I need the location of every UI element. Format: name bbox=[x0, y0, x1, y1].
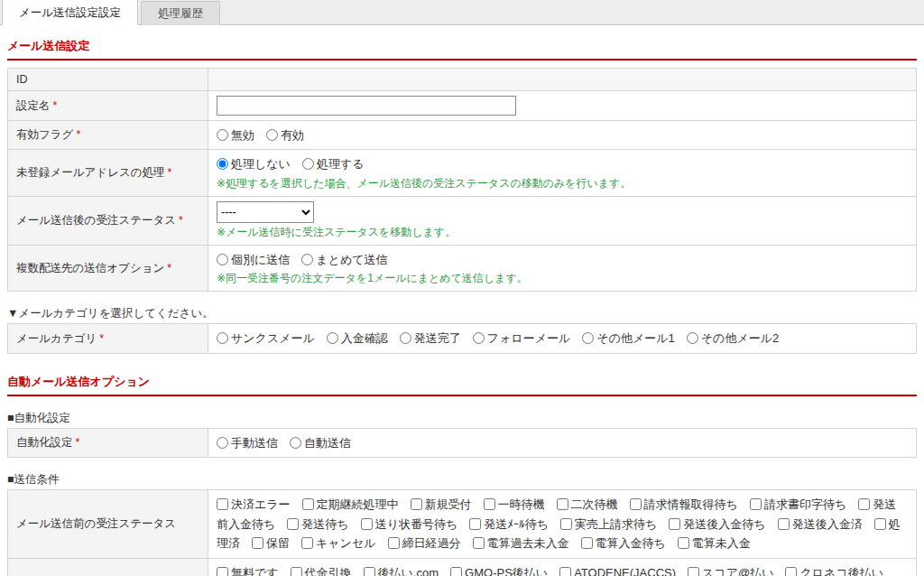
pre-status-checkboxes-checkbox[interactable] bbox=[411, 498, 422, 510]
payment-checkboxes-option[interactable]: スコア@払い bbox=[688, 566, 773, 576]
setting-name-input[interactable] bbox=[217, 96, 516, 116]
pre-status-checkboxes-checkbox[interactable] bbox=[874, 518, 886, 530]
pre-status-checkboxes-option[interactable]: 電算未入金 bbox=[678, 536, 751, 550]
pre-status-checkboxes-checkbox[interactable] bbox=[484, 498, 495, 510]
payment-checkboxes-option[interactable]: 後払い.com bbox=[364, 566, 439, 576]
pre-status-checkboxes-checkbox[interactable] bbox=[750, 498, 762, 510]
pre-status-checkboxes-checkbox[interactable] bbox=[469, 518, 481, 530]
unregistered-radios: 処理しない処理する bbox=[217, 157, 376, 171]
pre-status-checkboxes-option[interactable]: 保留 bbox=[252, 536, 290, 550]
post-status-label: メール送信後の受注ステータス bbox=[16, 214, 176, 227]
mail-category-radios: サンクスメール入金確認発送完了フォローメールその他メール1その他メール2 bbox=[217, 331, 790, 345]
mail-category-radios-radio[interactable] bbox=[327, 332, 338, 344]
pre-status-checkboxes-checkbox[interactable] bbox=[252, 537, 263, 549]
pre-status-checkboxes-option-label: 二次待機 bbox=[571, 497, 618, 511]
payment-checkboxes-checkbox[interactable] bbox=[217, 567, 228, 576]
payment-checkboxes-option-label: 代金引換 bbox=[305, 566, 352, 576]
mail-category-radios-radio[interactable] bbox=[582, 332, 594, 344]
mail-category-radios-option[interactable]: その他メール2 bbox=[687, 329, 779, 348]
automation-radios-option[interactable]: 自動送信 bbox=[290, 433, 351, 452]
pre-status-checkboxes-option[interactable]: 発送待ち bbox=[287, 517, 348, 531]
payment-checkboxes-checkbox[interactable] bbox=[688, 567, 699, 576]
payment-checkboxes-option[interactable]: クロネコ後払い bbox=[785, 566, 883, 576]
enabled-flag-radios-option[interactable]: 有効 bbox=[266, 125, 304, 144]
unregistered-radios-radio[interactable] bbox=[302, 158, 314, 170]
pre-status-checkboxes-option[interactable]: 定期継続処理中 bbox=[302, 497, 399, 511]
payment-checkboxes-option[interactable]: GMO-PS後払い bbox=[450, 566, 548, 576]
pre-status-checkboxes-checkbox[interactable] bbox=[361, 518, 373, 530]
pre-status-checkboxes-checkbox[interactable] bbox=[669, 518, 680, 530]
pre-status-checkboxes-checkbox[interactable] bbox=[302, 498, 314, 510]
automation-radios-radio[interactable] bbox=[290, 437, 301, 449]
pre-status-checkboxes-checkbox[interactable] bbox=[678, 537, 689, 549]
mail-category-radios-option[interactable]: その他メール1 bbox=[582, 329, 674, 348]
multi-ship-radios-option-label: まとめて送信 bbox=[316, 253, 387, 266]
table-row: メール送信後の受注ステータス* ---- ※メール送信時に受注ステータスを移動し… bbox=[8, 196, 917, 245]
unregistered-radios-radio[interactable] bbox=[217, 158, 228, 170]
payment-checkboxes-option[interactable]: 無料です bbox=[217, 566, 279, 576]
pre-status-checkboxes-checkbox[interactable] bbox=[217, 498, 228, 510]
mail-category-radios-option[interactable]: 入金確認 bbox=[327, 329, 388, 348]
pre-status-checkboxes-option[interactable]: キャンセル bbox=[301, 536, 376, 550]
mail-category-radios-option[interactable]: フォローメール bbox=[473, 329, 571, 348]
payment-checkboxes-checkbox[interactable] bbox=[450, 567, 462, 576]
automation-radios-option[interactable]: 手動送信 bbox=[217, 433, 278, 452]
tab-process-history[interactable]: 処理履歴 bbox=[141, 1, 220, 25]
mail-category-radios-radio[interactable] bbox=[687, 332, 698, 344]
pre-status-checkboxes-checkbox[interactable] bbox=[630, 498, 642, 510]
multi-ship-radios-radio[interactable] bbox=[217, 254, 228, 265]
pre-status-checkboxes-option[interactable]: 一時待機 bbox=[484, 497, 545, 511]
pre-status-checkboxes-checkbox[interactable] bbox=[581, 537, 593, 549]
mail-category-radios-radio[interactable] bbox=[217, 332, 228, 344]
table-row: 複数配送先の送信オプション* 個別に送信まとめて送信 ※同一受注番号の注文データ… bbox=[8, 245, 917, 291]
mail-category-radios-radio[interactable] bbox=[473, 332, 485, 344]
post-status-select[interactable]: ---- bbox=[217, 201, 314, 223]
pre-status-checkboxes-option[interactable]: 実売上請求待ち bbox=[560, 517, 657, 531]
pre-status-checkboxes-option[interactable]: 請求情報取得待ち bbox=[630, 497, 738, 511]
pre-status-checkboxes-checkbox[interactable] bbox=[858, 498, 870, 510]
automation-radios-radio[interactable] bbox=[217, 437, 228, 449]
payment-checkboxes-option-label: クロネコ後払い bbox=[799, 566, 883, 576]
pre-status-checkboxes-option[interactable]: 発送ﾒｰﾙ待ち bbox=[469, 517, 549, 531]
tab-mail-send-setting[interactable]: メール送信設定設定 bbox=[2, 0, 138, 25]
pre-status-checkboxes-checkbox[interactable] bbox=[388, 537, 400, 549]
pre-status-checkboxes-checkbox[interactable] bbox=[301, 537, 313, 549]
enabled-flag-radios-radio[interactable] bbox=[217, 129, 228, 141]
unregistered-radios-option-label: 処理する bbox=[317, 157, 365, 171]
tab-bar: メール送信設定設定 処理履歴 bbox=[0, 0, 924, 25]
pre-status-checkboxes-option[interactable]: 電算入金待ち bbox=[581, 536, 666, 550]
payment-checkboxes-checkbox[interactable] bbox=[559, 567, 571, 576]
pre-status-checkboxes-option[interactable]: 発送後入金済 bbox=[778, 517, 863, 531]
payment-checkboxes-checkbox[interactable] bbox=[291, 567, 302, 576]
pre-status-checkboxes-option[interactable]: 締日経過分 bbox=[388, 536, 461, 550]
multi-ship-radios-option[interactable]: 個別に送信 bbox=[217, 250, 290, 269]
pre-status-checkboxes-checkbox[interactable] bbox=[473, 537, 485, 549]
main-content: メール送信設定 ID 設定名* 有効フラグ* 無効有効 未登録メールアドレスの処… bbox=[0, 38, 924, 576]
pre-status-checkboxes-option[interactable]: 発送後入金待ち bbox=[669, 517, 765, 531]
payment-checkboxes-checkbox[interactable] bbox=[364, 567, 375, 576]
pre-status-checkboxes-option[interactable]: 新規受付 bbox=[411, 497, 472, 511]
pre-status-checkboxes-option[interactable]: 決済エラー bbox=[217, 497, 291, 511]
pre-status-checkboxes-option[interactable]: 電算過去未入金 bbox=[473, 536, 569, 550]
pre-status-checkboxes-option[interactable]: 請求書印字待ち bbox=[750, 497, 846, 511]
mail-category-radios-option[interactable]: 発送完了 bbox=[400, 329, 461, 348]
pre-status-checkboxes-checkbox[interactable] bbox=[560, 518, 572, 530]
pre-status-checkboxes-option[interactable]: 二次待機 bbox=[557, 497, 618, 511]
multi-ship-radios-radio[interactable] bbox=[301, 254, 313, 265]
unregistered-radios-option[interactable]: 処理する bbox=[302, 154, 365, 173]
unregistered-radios-option[interactable]: 処理しない bbox=[217, 154, 291, 173]
payment-checkboxes-checkbox[interactable] bbox=[785, 567, 797, 576]
enabled-flag-radios-radio[interactable] bbox=[266, 129, 278, 141]
mail-category-radios-option[interactable]: サンクスメール bbox=[217, 329, 315, 348]
pre-status-checkboxes-option[interactable]: 送り状番号待ち bbox=[361, 517, 458, 531]
pre-status-checkboxes-checkbox[interactable] bbox=[557, 498, 568, 510]
pre-status-checkboxes: 決済エラー定期継続処理中新規受付一時待機二次待機請求情報取得待ち請求書印字待ち発… bbox=[217, 497, 901, 550]
payment-checkboxes-option[interactable]: ATODENE(JACCS) bbox=[559, 566, 676, 576]
pre-status-checkboxes-checkbox[interactable] bbox=[778, 518, 790, 530]
pre-status-checkboxes-checkbox[interactable] bbox=[287, 518, 299, 530]
enabled-flag-radios-option[interactable]: 無効 bbox=[217, 125, 254, 144]
payment-checkboxes-option[interactable]: 代金引換 bbox=[291, 566, 352, 576]
multi-ship-radios-option[interactable]: まとめて送信 bbox=[301, 250, 387, 269]
section-heading-auto-options: 自動メール送信オプション bbox=[7, 374, 917, 396]
mail-category-radios-radio[interactable] bbox=[400, 332, 411, 344]
